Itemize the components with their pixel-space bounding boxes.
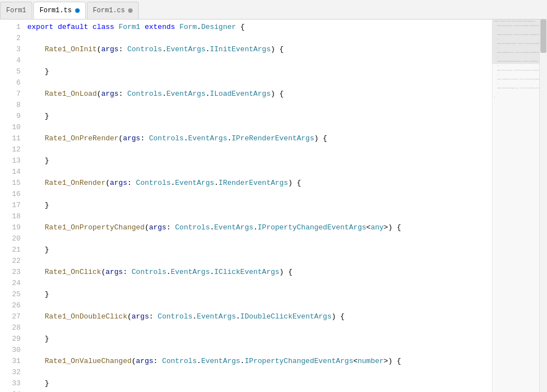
line-number: 22 [0, 256, 21, 267]
token-normal [88, 23, 92, 31]
token-normal [27, 357, 45, 365]
line-number: 3 [0, 44, 21, 55]
token-cls: EventArgs [171, 268, 210, 276]
token-normal: ( [97, 45, 101, 53]
token-cls: EventArgs [214, 223, 253, 232]
token-normal [114, 23, 119, 31]
code-line: } [27, 66, 492, 77]
token-cls: Controls [158, 312, 192, 321]
token-method: Rate1_OnLoad [45, 90, 97, 98]
code-line: Rate1_OnValueChanged(args: Controls.Even… [27, 356, 492, 367]
token-normal: . [206, 90, 210, 98]
token-normal: ( [97, 90, 101, 98]
tab-modified-dot [128, 8, 133, 13]
token-normal [140, 23, 145, 31]
code-line [27, 345, 492, 356]
token-cls: Controls [162, 357, 197, 365]
token-cls: Form1 [119, 23, 140, 31]
token-param: args [136, 357, 153, 365]
code-line: export default class Form1 extends Form.… [27, 22, 492, 33]
tab-label: Form1.cs [93, 7, 125, 14]
code-line [27, 189, 492, 200]
code-line: } [27, 334, 492, 345]
token-normal: : [123, 268, 132, 276]
token-normal: . [210, 268, 214, 276]
line-number: 13 [0, 155, 21, 166]
token-normal: : [149, 312, 158, 321]
line-number: 17 [0, 200, 21, 211]
line-number: 20 [0, 233, 21, 244]
token-normal: ) { [271, 90, 284, 98]
line-number: 34 [0, 389, 21, 392]
token-cls: IClickEventArgs [214, 268, 280, 276]
token-normal: ) { [314, 134, 327, 143]
line-number: 5 [0, 66, 21, 77]
line-number: 9 [0, 111, 21, 122]
token-normal: . [206, 45, 210, 53]
scrollbar-track[interactable] [539, 19, 547, 392]
token-normal [27, 134, 45, 143]
code-line: } [27, 111, 492, 122]
code-line [27, 278, 492, 289]
form1ts-tab[interactable]: Form1.ts [33, 2, 86, 19]
code-line [27, 166, 492, 178]
line-number: 24 [0, 278, 21, 289]
code-line: Rate1_OnPreRender(args: Controls.EventAr… [27, 133, 492, 144]
token-normal [53, 23, 58, 31]
code-area[interactable]: export default class Form1 extends Form.… [25, 19, 492, 392]
line-number: 26 [0, 300, 21, 311]
token-normal: ( [119, 134, 123, 143]
line-number: 31 [0, 356, 21, 367]
code-line [27, 144, 492, 155]
form1-tab[interactable]: Form1 [0, 2, 32, 19]
token-method: Rate1_OnDoubleClick [45, 312, 127, 321]
token-cls: IPropertyChangedEventArgs [258, 223, 367, 232]
token-normal: : [119, 90, 128, 98]
token-normal: } [27, 112, 49, 120]
token-normal: ) { [288, 179, 301, 187]
token-normal: } [27, 335, 49, 343]
token-normal: ) { [271, 45, 284, 53]
token-normal: ( [131, 357, 136, 365]
token-method: Rate1_OnClick [45, 268, 101, 276]
token-param: args [101, 45, 119, 53]
token-method: Rate1_OnRender [45, 179, 105, 187]
line-number: 19 [0, 222, 21, 233]
code-line: } [27, 200, 492, 211]
token-normal: : [140, 134, 149, 143]
token-cls: Controls [175, 223, 209, 232]
token-param: args [123, 134, 140, 143]
form1cs-tab[interactable]: Form1.cs [87, 2, 139, 19]
token-cls: IPropertyChangedEventArgs [245, 357, 353, 365]
minimap: export default class Form1 extends Form.… [492, 19, 539, 392]
token-normal: { [236, 23, 245, 31]
token-cls: Controls [149, 134, 183, 143]
code-line [27, 367, 492, 378]
token-cls: EventArgs [197, 312, 236, 321]
scrollbar-thumb[interactable] [540, 19, 546, 53]
line-number: 11 [0, 133, 21, 144]
line-numbers: 1234567891011121314151617181920212223242… [0, 19, 25, 392]
code-line: } [27, 378, 492, 389]
token-normal: ) { [331, 312, 344, 321]
tab-label: Form1 [6, 7, 26, 14]
token-any: any [370, 223, 383, 232]
token-cls: Controls [136, 179, 170, 187]
token-normal: < [353, 357, 358, 365]
token-cls: EventArgs [201, 357, 240, 365]
token-cls: EventArgs [188, 134, 227, 143]
token-cls: Controls [127, 90, 162, 98]
token-kw: export [27, 23, 53, 31]
code-line [27, 300, 492, 311]
token-cls: IInitEventArgs [210, 45, 271, 53]
token-normal: . [240, 357, 245, 365]
token-normal: . [162, 90, 167, 98]
token-normal: ) { [280, 268, 292, 276]
line-number: 32 [0, 367, 21, 378]
line-number: 21 [0, 244, 21, 256]
token-normal: } [27, 201, 49, 209]
tab-label: Form1.ts [40, 7, 72, 14]
token-normal: . [167, 268, 171, 276]
token-normal [27, 90, 45, 98]
line-number: 30 [0, 345, 21, 356]
